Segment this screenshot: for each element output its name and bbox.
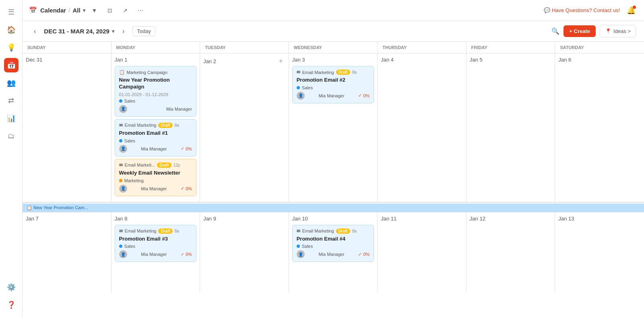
event-promo-email-2[interactable]: ✉ Email Marketing Draft 8a Promotion Ema… <box>292 66 374 103</box>
badge-time-2: 12p <box>173 163 180 167</box>
badge-draft-1: Draft <box>158 123 172 128</box>
span-bar[interactable]: 📋 New Year Promotion Cam... <box>23 204 644 212</box>
separator: / <box>68 7 70 14</box>
sidebar-analytics[interactable]: ⇄ <box>4 93 19 108</box>
dot-sales-1 <box>119 99 122 103</box>
calendar-nav: ‹ DEC 31 - MAR 24, 2029 ▾ › Today <box>31 26 155 37</box>
event-footer-3: 👤 Mia Manager ✓ 0% <box>119 185 192 193</box>
share-btn[interactable]: ↗ <box>119 4 131 16</box>
manager-3: Mia Manager <box>141 186 167 191</box>
today-btn[interactable]: Today <box>132 26 155 36</box>
day-num-jan6: Jan 6 <box>558 57 641 63</box>
header-wednesday: WEDNESDAY <box>289 42 378 53</box>
day-num-jan2: Jan 2 + <box>203 57 285 66</box>
dot-sales-3 <box>297 86 300 89</box>
day-jan12: Jan 12 <box>466 212 555 293</box>
dot-sales-4 <box>119 245 122 248</box>
view-chevron[interactable]: ▾ <box>83 8 85 13</box>
manager-6: Mia Manager <box>318 252 344 257</box>
manager-2: Mia Manager <box>141 146 167 151</box>
event-type-1: Marketing Campaign <box>127 70 168 75</box>
event-type-4: Email Marketing <box>302 70 334 75</box>
event-meta-5: Sales <box>119 244 192 249</box>
day-label-jan11: Jan 11 <box>381 216 396 222</box>
sidebar-home[interactable]: 🏠 <box>4 23 19 37</box>
ideas-label: Ideas > <box>613 28 631 34</box>
dot-sales-5 <box>297 245 300 248</box>
manager-1: Mia Manager <box>166 107 192 111</box>
avatar-1: 👤 <box>119 105 127 113</box>
event-header-4: ✉ Email Marketing Draft 8a <box>297 70 370 75</box>
day-num-jan11: Jan 11 <box>381 216 463 222</box>
sidebar-menu[interactable]: ☰ <box>4 5 19 19</box>
event-footer-2: 👤 Mia Manager ✓ 0% <box>119 145 192 153</box>
header-sunday: SUNDAY <box>23 42 111 53</box>
event-promo-email-1[interactable]: ✉ Email Marketing Draft 8a Promotion Ema… <box>115 119 197 156</box>
day-num-jan4: Jan 4 <box>381 57 463 63</box>
header-friday: FRIDAY <box>466 42 555 53</box>
event-type-3: Email Marketi... <box>125 163 155 167</box>
day-label-dec31: Dec 31 <box>26 57 42 63</box>
avatar-6: 👤 <box>297 250 305 258</box>
filter-btn[interactable]: ▼ <box>89 4 101 16</box>
sidebar-help[interactable]: ❓ <box>4 298 19 312</box>
contact-link[interactable]: 💬 Have Questions? Contact us! <box>544 7 620 13</box>
avatar-3: 👤 <box>119 185 127 193</box>
event-header-5: ✉ Email Marketing Draft 8a <box>119 228 192 234</box>
add-event-jan2[interactable]: + <box>277 57 285 66</box>
day-num-jan1: Jan 1 <box>115 57 197 63</box>
display-btn[interactable]: ⊡ <box>104 4 116 16</box>
next-btn[interactable]: › <box>119 26 128 37</box>
day-num-jan13: Jan 13 <box>558 216 641 222</box>
ideas-btn[interactable]: 📍 Ideas > <box>600 25 636 37</box>
sidebar-reports[interactable]: 📊 <box>4 111 19 126</box>
day-jan7: Jan 7 <box>23 212 111 293</box>
event-footer-4: 👤 Mia Manager ✓ 0% <box>297 92 370 100</box>
notification-bell[interactable]: 🔔 <box>625 4 638 17</box>
event-cat-1: Sales <box>124 99 136 103</box>
sidebar-settings[interactable]: ⚙️ <box>4 280 19 294</box>
event-footer-1: 👤 Mia Manager <box>119 105 192 113</box>
header-saturday: SATURDAY <box>555 42 644 53</box>
date-range[interactable]: DEC 31 - MAR 24, 2029 ▾ <box>44 28 114 35</box>
day-label-jan8: Jan 8 <box>115 216 128 222</box>
sidebar-ideas[interactable]: 💡 <box>4 40 19 55</box>
event-promo-email-3[interactable]: ✉ Email Marketing Draft 8a Promotion Ema… <box>115 225 197 262</box>
day-num-jan7: Jan 7 <box>26 216 108 222</box>
manager-5: Mia Manager <box>141 252 167 257</box>
badge-time-3: 8a <box>352 70 357 74</box>
email-icon-3: ✉ <box>297 70 300 75</box>
sidebar-projects[interactable]: 🗂 <box>4 129 19 143</box>
day-label-jan10: Jan 10 <box>292 216 308 222</box>
event-cat-6: Sales <box>302 244 313 249</box>
day-jan11: Jan 11 <box>378 212 466 293</box>
event-weekly-newsletter[interactable]: ✉ Email Marketi... Draft 12p Weekly Emai… <box>115 159 197 196</box>
day-jan8: Jan 8 ✉ Email Marketing Draft 8a Promoti… <box>111 212 200 293</box>
topbar-actions: ▼ ⊡ ↗ ⋯ <box>89 4 147 16</box>
event-new-year-campaign[interactable]: 📋 Marketing Campaign New Year Promotion … <box>115 66 197 117</box>
create-btn[interactable]: + Create <box>564 25 596 37</box>
event-title-2: Promotion Email #1 <box>119 130 192 137</box>
email-icon-5: ✉ <box>297 228 300 234</box>
app-title: Calendar <box>40 7 66 14</box>
day-jan6: Jan 6 <box>555 54 644 202</box>
prev-btn[interactable]: ‹ <box>31 26 39 37</box>
search-btn[interactable]: 🔍 <box>551 27 559 35</box>
sidebar-people[interactable]: 👥 <box>4 76 19 90</box>
progress-4: ✓ 0% <box>181 252 192 257</box>
event-cat-5: Sales <box>124 244 136 249</box>
calendar-grid: SUNDAY MONDAY TUESDAY WEDNESDAY THURSDAY… <box>23 42 644 317</box>
email-icon-2: ✉ <box>119 163 123 168</box>
view-label[interactable]: All <box>72 7 80 14</box>
more-btn[interactable]: ⋯ <box>134 4 147 16</box>
event-promo-email-4[interactable]: ✉ Email Marketing Draft 8a Promotion Ema… <box>292 225 374 262</box>
day-label-jan6: Jan 6 <box>558 57 571 63</box>
event-date-1: 01-01-2029 - 01-12-2029 <box>119 92 192 97</box>
badge-time-5: 8a <box>352 229 357 233</box>
day-label-jan13: Jan 13 <box>558 216 574 222</box>
sidebar-calendar[interactable]: 📅 <box>4 58 19 72</box>
header-monday: MONDAY <box>111 42 200 53</box>
event-header-2: ✉ Email Marketing Draft 8a <box>119 123 192 128</box>
day-jan3: Jan 3 ✉ Email Marketing Draft 8a Promoti… <box>289 54 378 202</box>
day-jan13: Jan 13 <box>555 212 644 293</box>
